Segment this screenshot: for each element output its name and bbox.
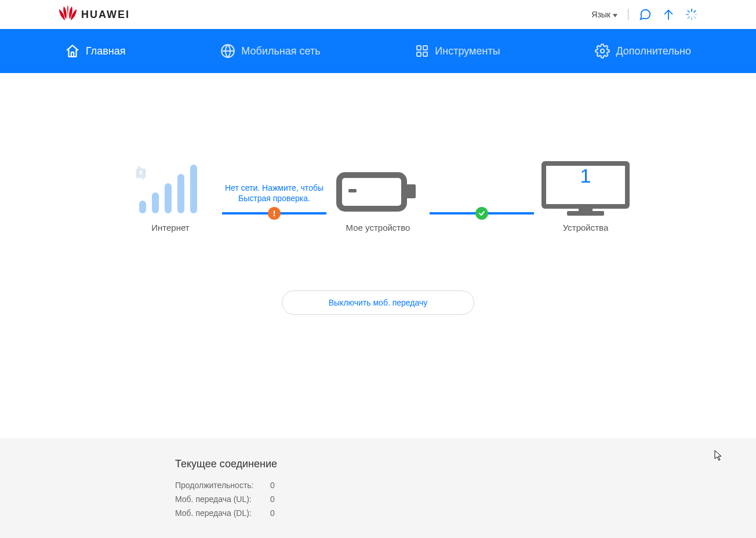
top-right: Язык	[591, 8, 698, 21]
status-internet-label: Интернет	[151, 223, 189, 232]
svg-rect-9	[71, 52, 74, 57]
nav-mobile-network-label: Мобильная сеть	[241, 45, 320, 57]
home-icon	[65, 43, 80, 59]
nav-bar: Главная Мобильная сеть Инст	[0, 29, 756, 73]
connection-row-value: 0	[270, 508, 275, 518]
status-devices[interactable]: 1 Устройства	[534, 160, 637, 232]
svg-rect-13	[423, 46, 427, 50]
status-internet[interactable]: Интернет	[119, 160, 222, 232]
connection-row: Моб. передача (DL): 0	[175, 508, 581, 518]
svg-rect-27	[403, 184, 416, 198]
brand-name: HUAWEI	[81, 9, 130, 21]
connection-row-key: Продолжительность:	[175, 481, 262, 490]
svg-rect-23	[190, 165, 197, 213]
warning-badge-icon	[268, 207, 281, 220]
huawei-logo-icon	[58, 5, 78, 24]
connector-device-to-clients	[430, 160, 534, 215]
svg-line-3	[688, 11, 690, 13]
top-bar: HUAWEI Язык	[0, 0, 756, 29]
router-device-icon	[335, 160, 421, 220]
status-my-device-label: Мое устройство	[346, 223, 410, 232]
connection-row-value: 0	[270, 495, 275, 504]
status-my-device[interactable]: Мое устройство	[326, 160, 430, 232]
devices-count: 1	[539, 165, 632, 187]
svg-rect-20	[152, 192, 159, 213]
nav-advanced-label: Дополнительно	[616, 45, 691, 57]
current-connection-title: Текущее соединение	[175, 458, 581, 470]
nav-tools-label: Инструменты	[435, 45, 500, 57]
messages-button[interactable]	[639, 8, 652, 21]
svg-line-8	[694, 11, 696, 13]
nav-mobile-network[interactable]: Мобильная сеть	[220, 43, 320, 59]
svg-rect-12	[417, 46, 421, 50]
connection-row: Продолжительность: 0	[175, 481, 581, 490]
globe-icon	[220, 43, 235, 59]
connector-line	[222, 212, 326, 215]
connector-line	[430, 212, 534, 215]
status-devices-label: Устройства	[563, 223, 608, 232]
connection-row-key: Моб. передача (DL):	[175, 508, 262, 518]
language-label: Язык	[591, 10, 610, 19]
connection-row-value: 0	[270, 481, 275, 490]
svg-rect-31	[567, 211, 604, 216]
svg-rect-19	[139, 201, 146, 213]
nav-tools[interactable]: Инструменты	[415, 44, 500, 58]
svg-rect-28	[348, 189, 357, 192]
toggle-mobile-data-button[interactable]: Выключить моб. передачу	[282, 290, 475, 315]
caret-down-icon	[613, 10, 617, 19]
ok-badge-icon	[475, 207, 488, 220]
nav-advanced[interactable]: Дополнительно	[595, 43, 691, 59]
svg-rect-21	[165, 183, 172, 213]
connector-internet-to-device: Нет сети. Нажмите, чтобы Быстрая проверк…	[222, 160, 326, 215]
grid-icon	[415, 44, 429, 58]
signal-bars-icon	[136, 160, 205, 220]
divider	[628, 9, 628, 20]
language-switcher[interactable]: Язык	[591, 10, 617, 19]
update-button[interactable]	[662, 8, 675, 21]
svg-rect-14	[417, 52, 421, 56]
svg-line-4	[694, 17, 696, 19]
nav-home-label: Главная	[86, 45, 126, 57]
connector-warning-message[interactable]: Нет сети. Нажмите, чтобы Быстрая проверк…	[222, 177, 326, 209]
gear-icon	[595, 43, 610, 59]
current-connection-panel: Текущее соединение Продолжительность: 0 …	[0, 438, 756, 538]
monitor-icon: 1	[539, 160, 632, 220]
connection-row-key: Моб. передача (UL):	[175, 495, 262, 504]
loading-icon	[685, 8, 698, 21]
connection-row: Моб. передача (UL): 0	[175, 495, 581, 504]
svg-rect-22	[177, 174, 184, 213]
svg-rect-30	[579, 206, 593, 211]
svg-point-25	[274, 215, 275, 216]
svg-line-7	[688, 17, 690, 19]
status-row: Интернет Нет сети. Нажмите, чтобы Быстра…	[0, 160, 756, 232]
brand: HUAWEI	[58, 5, 130, 24]
main-content: Интернет Нет сети. Нажмите, чтобы Быстра…	[0, 73, 756, 375]
svg-rect-15	[423, 52, 427, 56]
svg-point-16	[601, 49, 605, 53]
nav-home[interactable]: Главная	[65, 43, 126, 59]
